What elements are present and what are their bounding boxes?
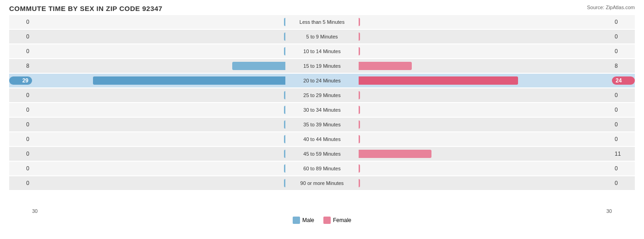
male-bar-wrap <box>32 120 285 130</box>
female-value: 0 <box>612 165 635 172</box>
male-value: 8 <box>9 63 32 69</box>
bars-center: 90 or more Minutes <box>32 176 612 190</box>
male-bar-wrap <box>32 178 285 188</box>
male-swatch <box>293 217 300 224</box>
male-bar-wrap <box>32 61 285 71</box>
female-value: 11 <box>612 151 635 157</box>
female-bar <box>359 164 360 173</box>
male-bar-wrap <box>32 32 285 42</box>
row-label: 60 to 89 Minutes <box>285 166 359 171</box>
table-row: 0 25 to 29 Minutes 0 <box>9 88 635 102</box>
table-row: 0 35 to 39 Minutes 0 <box>9 118 635 131</box>
female-value: 24 <box>612 76 635 85</box>
row-label: 35 to 39 Minutes <box>285 122 359 127</box>
female-value: 0 <box>612 121 635 128</box>
female-value: 8 <box>612 63 635 69</box>
male-bar-wrap <box>32 46 285 56</box>
female-bar <box>359 106 360 114</box>
row-label: 40 to 44 Minutes <box>285 136 359 142</box>
female-bar-wrap <box>359 46 612 56</box>
female-value: 0 <box>612 180 635 186</box>
male-value: 0 <box>9 180 32 186</box>
bars-center: 45 to 59 Minutes <box>32 147 612 161</box>
row-label: 30 to 34 Minutes <box>285 107 359 113</box>
table-row: 0 5 to 9 Minutes 0 <box>9 30 635 43</box>
row-label: 45 to 59 Minutes <box>285 151 359 157</box>
female-value: 0 <box>612 92 635 98</box>
female-bar <box>359 91 360 99</box>
male-bar-wrap <box>32 134 285 144</box>
row-label: 15 to 19 Minutes <box>285 63 359 69</box>
row-label: 25 to 29 Minutes <box>285 92 359 98</box>
female-bar <box>359 47 360 55</box>
female-bar <box>359 62 412 70</box>
source-label: Source: ZipAtlas.com <box>587 5 635 10</box>
legend: Male Female <box>9 217 635 224</box>
chart-container: COMMUTE TIME BY SEX IN ZIP CODE 92347 So… <box>0 0 644 239</box>
female-value: 0 <box>612 33 635 40</box>
female-bar-wrap <box>359 120 612 130</box>
female-bar <box>359 150 431 158</box>
female-bar <box>359 179 360 187</box>
male-value: 0 <box>9 48 32 54</box>
chart-title: COMMUTE TIME BY SEX IN ZIP CODE 92347 <box>9 5 635 12</box>
male-bar-wrap <box>32 90 285 100</box>
row-label: 20 to 24 Minutes <box>285 78 359 83</box>
table-row: 29 20 to 24 Minutes 24 <box>9 74 635 87</box>
row-label: Less than 5 Minutes <box>285 19 359 25</box>
female-value: 0 <box>612 48 635 54</box>
female-bar-wrap <box>359 105 612 115</box>
bars-center: 40 to 44 Minutes <box>32 132 612 146</box>
male-bar-wrap <box>32 17 285 27</box>
female-value: 0 <box>612 107 635 113</box>
row-label: 5 to 9 Minutes <box>285 34 359 39</box>
male-value: 0 <box>9 121 32 128</box>
male-value: 0 <box>9 165 32 172</box>
legend-female: Female <box>323 217 351 224</box>
male-value: 29 <box>9 76 32 85</box>
male-value: 0 <box>9 151 32 157</box>
table-row: 0 90 or more Minutes 0 <box>9 176 635 190</box>
male-bar-wrap <box>32 163 285 174</box>
female-bar-wrap <box>359 163 612 174</box>
female-bar <box>359 135 360 143</box>
table-row: 0 45 to 59 Minutes 11 <box>9 147 635 161</box>
bars-center: Less than 5 Minutes <box>32 15 612 29</box>
chart-area: 0 Less than 5 Minutes 0 0 5 to 9 Minutes… <box>9 15 635 207</box>
bottom-right-label: 30 <box>606 208 612 214</box>
male-value: 0 <box>9 19 32 25</box>
bars-center: 10 to 14 Minutes <box>32 44 612 58</box>
female-value: 0 <box>612 19 635 25</box>
male-bar <box>232 62 285 70</box>
male-bar-wrap <box>32 76 285 86</box>
female-bar <box>359 76 518 85</box>
female-bar-wrap <box>359 76 612 86</box>
table-row: 0 10 to 14 Minutes 0 <box>9 44 635 58</box>
female-bar-wrap <box>359 17 612 27</box>
female-bar-wrap <box>359 134 612 144</box>
female-label: Female <box>333 217 351 223</box>
female-bar-wrap <box>359 178 612 188</box>
bottom-labels: 30 30 <box>9 208 635 214</box>
bars-center: 30 to 34 Minutes <box>32 103 612 117</box>
legend-male: Male <box>293 217 314 224</box>
male-value: 0 <box>9 92 32 98</box>
female-bar <box>359 33 360 41</box>
male-bar-wrap <box>32 149 285 159</box>
bars-center: 35 to 39 Minutes <box>32 118 612 131</box>
bars-center: 5 to 9 Minutes <box>32 30 612 43</box>
female-bar <box>359 120 360 129</box>
male-value: 0 <box>9 33 32 40</box>
male-bar-wrap <box>32 105 285 115</box>
table-row: 8 15 to 19 Minutes 8 <box>9 59 635 73</box>
bottom-left-label: 30 <box>32 208 38 214</box>
bars-center: 15 to 19 Minutes <box>32 59 612 73</box>
row-label: 10 to 14 Minutes <box>285 49 359 54</box>
male-bar <box>93 76 285 85</box>
table-row: 0 40 to 44 Minutes 0 <box>9 132 635 146</box>
table-row: 0 60 to 89 Minutes 0 <box>9 162 635 175</box>
male-value: 0 <box>9 107 32 113</box>
female-bar <box>359 18 360 26</box>
table-row: 0 Less than 5 Minutes 0 <box>9 15 635 29</box>
female-value: 0 <box>612 136 635 142</box>
